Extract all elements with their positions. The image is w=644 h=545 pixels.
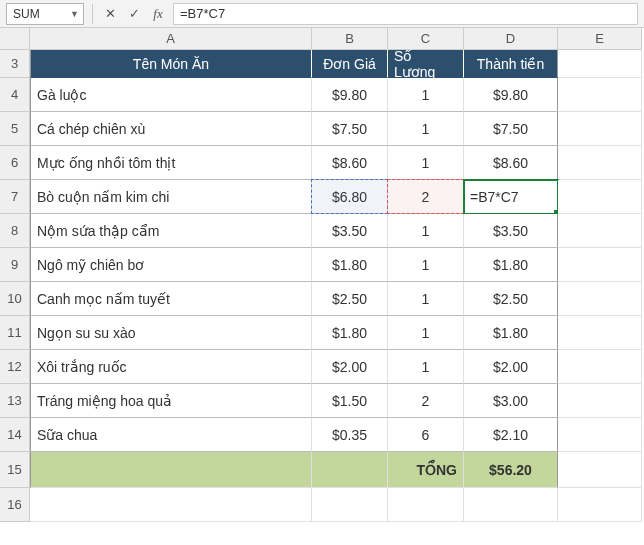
row-header-5[interactable]: 5 xyxy=(0,112,30,146)
row-header-4[interactable]: 4 xyxy=(0,78,30,112)
cell-a14[interactable]: Sữa chua xyxy=(30,418,312,452)
cell-e9[interactable] xyxy=(558,248,642,282)
cell-b9[interactable]: $1.80 xyxy=(312,248,388,282)
cell-d7[interactable]: =B7*C7 xyxy=(464,180,558,214)
row-header-6[interactable]: 6 xyxy=(0,146,30,180)
cell-d13[interactable]: $3.00 xyxy=(464,384,558,418)
header-name[interactable]: Tên Món Ăn xyxy=(30,50,312,78)
cell-a4[interactable]: Gà luộc xyxy=(30,78,312,112)
cell-b10[interactable]: $2.50 xyxy=(312,282,388,316)
column-headers: ABCDE xyxy=(30,28,642,50)
cell-d4[interactable]: $9.80 xyxy=(464,78,558,112)
row-header-14[interactable]: 14 xyxy=(0,418,30,452)
row-header-16[interactable]: 16 xyxy=(0,488,30,522)
cell-b6[interactable]: $8.60 xyxy=(312,146,388,180)
cell-a6[interactable]: Mực ống nhồi tôm thịt xyxy=(30,146,312,180)
cell-c8[interactable]: 1 xyxy=(388,214,464,248)
cell-a11[interactable]: Ngọn su su xào xyxy=(30,316,312,350)
chevron-down-icon[interactable]: ▼ xyxy=(70,9,79,19)
cell-c16[interactable] xyxy=(388,488,464,522)
cell-d16[interactable] xyxy=(464,488,558,522)
cell-b8[interactable]: $3.50 xyxy=(312,214,388,248)
cell-a13[interactable]: Tráng miệng hoa quả xyxy=(30,384,312,418)
cell-b16[interactable] xyxy=(312,488,388,522)
cell-a12[interactable]: Xôi trắng ruốc xyxy=(30,350,312,384)
cell-a15[interactable] xyxy=(30,452,312,488)
cell-e6[interactable] xyxy=(558,146,642,180)
cell-c4[interactable]: 1 xyxy=(388,78,464,112)
row-header-10[interactable]: 10 xyxy=(0,282,30,316)
cell-b7[interactable]: $6.80 xyxy=(312,180,388,214)
cell-a16[interactable] xyxy=(30,488,312,522)
cell-b12[interactable]: $2.00 xyxy=(312,350,388,384)
cell-e11[interactable] xyxy=(558,316,642,350)
cell-e4[interactable] xyxy=(558,78,642,112)
cell-b11[interactable]: $1.80 xyxy=(312,316,388,350)
cell-a10[interactable]: Canh mọc nấm tuyết xyxy=(30,282,312,316)
cell-b4[interactable]: $9.80 xyxy=(312,78,388,112)
confirm-button[interactable]: ✓ xyxy=(123,3,145,25)
row-header-11[interactable]: 11 xyxy=(0,316,30,350)
select-all-corner[interactable] xyxy=(0,28,30,50)
col-header-b[interactable]: B xyxy=(312,28,388,50)
cell-c10[interactable]: 1 xyxy=(388,282,464,316)
cell-c14[interactable]: 6 xyxy=(388,418,464,452)
divider xyxy=(92,4,93,24)
header-price[interactable]: Đơn Giá xyxy=(312,50,388,78)
cell-e13[interactable] xyxy=(558,384,642,418)
row-header-8[interactable]: 8 xyxy=(0,214,30,248)
row-header-15[interactable]: 15 xyxy=(0,452,30,488)
row-headers: 345678910111213141516 xyxy=(0,50,30,522)
cell-a7[interactable]: Bò cuộn nấm kim chi xyxy=(30,180,312,214)
cell-c12[interactable]: 1 xyxy=(388,350,464,384)
cell-e3[interactable] xyxy=(558,50,642,78)
cell-e5[interactable] xyxy=(558,112,642,146)
cell-d8[interactable]: $3.50 xyxy=(464,214,558,248)
cell-b14[interactable]: $0.35 xyxy=(312,418,388,452)
formula-input[interactable]: =B7*C7 xyxy=(173,3,638,25)
formula-text: =B7*C7 xyxy=(180,6,225,21)
cell-e7[interactable] xyxy=(558,180,642,214)
header-total[interactable]: Thành tiền xyxy=(464,50,558,78)
total-value[interactable]: $56.20 xyxy=(464,452,558,488)
cell-d9[interactable]: $1.80 xyxy=(464,248,558,282)
cells-area: Tên Món ĂnĐơn GiáSố LượngThành tiềnGà lu… xyxy=(30,50,642,522)
cell-d10[interactable]: $2.50 xyxy=(464,282,558,316)
cell-d11[interactable]: $1.80 xyxy=(464,316,558,350)
cell-e16[interactable] xyxy=(558,488,642,522)
cell-e12[interactable] xyxy=(558,350,642,384)
row-header-12[interactable]: 12 xyxy=(0,350,30,384)
cell-a8[interactable]: Nộm sứa thập cẩm xyxy=(30,214,312,248)
cell-e10[interactable] xyxy=(558,282,642,316)
name-box[interactable]: SUM ▼ xyxy=(6,3,84,25)
row-header-3[interactable]: 3 xyxy=(0,50,30,78)
cell-b5[interactable]: $7.50 xyxy=(312,112,388,146)
cell-d12[interactable]: $2.00 xyxy=(464,350,558,384)
cell-b15[interactable] xyxy=(312,452,388,488)
cell-a9[interactable]: Ngô mỹ chiên bơ xyxy=(30,248,312,282)
cancel-button[interactable]: ✕ xyxy=(99,3,121,25)
cell-c9[interactable]: 1 xyxy=(388,248,464,282)
col-header-a[interactable]: A xyxy=(30,28,312,50)
header-qty[interactable]: Số Lượng xyxy=(388,50,464,78)
col-header-d[interactable]: D xyxy=(464,28,558,50)
total-label[interactable]: TỔNG xyxy=(388,452,464,488)
cell-c5[interactable]: 1 xyxy=(388,112,464,146)
fx-button[interactable]: fx xyxy=(147,3,169,25)
col-header-e[interactable]: E xyxy=(558,28,642,50)
cell-b13[interactable]: $1.50 xyxy=(312,384,388,418)
cell-e8[interactable] xyxy=(558,214,642,248)
row-header-7[interactable]: 7 xyxy=(0,180,30,214)
cell-d6[interactable]: $8.60 xyxy=(464,146,558,180)
cell-e14[interactable] xyxy=(558,418,642,452)
row-header-13[interactable]: 13 xyxy=(0,384,30,418)
cell-d5[interactable]: $7.50 xyxy=(464,112,558,146)
cell-e15[interactable] xyxy=(558,452,642,488)
cell-c13[interactable]: 2 xyxy=(388,384,464,418)
cell-c11[interactable]: 1 xyxy=(388,316,464,350)
cell-a5[interactable]: Cá chép chiên xù xyxy=(30,112,312,146)
cell-d14[interactable]: $2.10 xyxy=(464,418,558,452)
cell-c7[interactable]: 2 xyxy=(388,180,464,214)
row-header-9[interactable]: 9 xyxy=(0,248,30,282)
cell-c6[interactable]: 1 xyxy=(388,146,464,180)
